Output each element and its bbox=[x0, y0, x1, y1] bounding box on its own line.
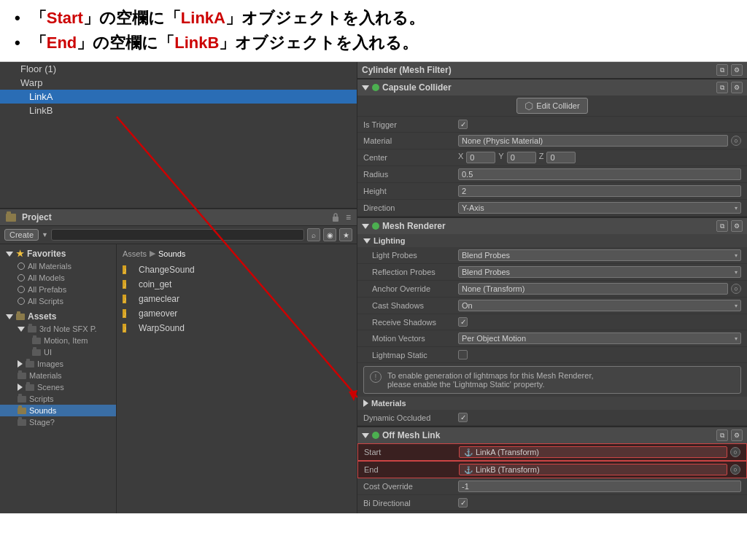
favorites-section: ★ Favorites All Materials All Models bbox=[0, 247, 116, 307]
sidebar-item-sounds[interactable]: Sounds bbox=[0, 405, 116, 416]
radius-value bbox=[458, 168, 741, 180]
sidebar-item-scenes[interactable]: Scenes bbox=[0, 381, 116, 393]
sidebar-item-scripts[interactable]: Scripts bbox=[0, 393, 116, 405]
hierarchy-item-linka[interactable]: LinkA bbox=[0, 90, 357, 104]
hierarchy-item-linkb[interactable]: LinkB bbox=[0, 104, 357, 117]
lightmap-static-label: Lightmap Static bbox=[363, 351, 458, 359]
lighting-group-header[interactable]: Lighting bbox=[357, 234, 747, 247]
copy-icon[interactable]: ⧉ bbox=[716, 429, 728, 441]
center-z-input[interactable] bbox=[546, 152, 576, 163]
search-icon[interactable]: ⌕ bbox=[307, 228, 320, 241]
sidebar-item-3rd-note[interactable]: 3rd Note SFX P. bbox=[0, 323, 116, 335]
assets-expand-icon bbox=[6, 314, 13, 319]
copy-icon[interactable]: ⧉ bbox=[716, 220, 728, 232]
sidebar-item-images[interactable]: Images bbox=[0, 358, 116, 370]
bi-directional-value bbox=[458, 498, 741, 508]
cast-shadows-label: Cast Shadows bbox=[363, 301, 458, 310]
folder-icon bbox=[28, 326, 36, 332]
reflection-probes-dropdown[interactable]: Blend Probes ▾ bbox=[458, 266, 741, 278]
project-title: Project bbox=[22, 212, 52, 222]
radius-input[interactable] bbox=[458, 168, 741, 180]
instruction-line-2: 「End」の空欄に「LinkB」オブジェクトを入れる。 bbox=[15, 32, 732, 54]
settings-icon[interactable]: ⚙ bbox=[731, 64, 743, 76]
center-y-input[interactable] bbox=[507, 152, 536, 163]
receive-shadows-checkbox[interactable] bbox=[458, 317, 468, 327]
cost-override-input[interactable] bbox=[458, 481, 741, 492]
audio-icon bbox=[123, 309, 134, 318]
direction-label: Direction bbox=[363, 203, 458, 212]
copy-icon[interactable]: ⧉ bbox=[716, 82, 728, 93]
start-object-field[interactable]: ⚓ LinkA (Transform) bbox=[459, 446, 727, 458]
hierarchy-item-warp[interactable]: Warp bbox=[0, 76, 357, 90]
sidebar-item-motion-item[interactable]: Motion, Item bbox=[0, 335, 116, 346]
direction-value: Y-Axis ▾ bbox=[458, 202, 741, 214]
is-trigger-checkbox[interactable] bbox=[458, 120, 468, 129]
lightmap-static-checkbox[interactable] bbox=[458, 350, 468, 359]
cast-shadows-dropdown[interactable]: On ▾ bbox=[458, 300, 741, 311]
mesh-renderer-header[interactable]: Mesh Renderer ⧉ ⚙ bbox=[357, 217, 747, 234]
project-content: ★ Favorites All Materials All Models bbox=[0, 244, 357, 513]
reflection-probes-label: Reflection Probes bbox=[363, 268, 458, 276]
materials-group-header[interactable]: Materials bbox=[357, 397, 747, 410]
sidebar-item-all-models[interactable]: All Models bbox=[0, 272, 116, 284]
gear-icon[interactable]: ⚙ bbox=[731, 220, 743, 232]
copy-component-icon[interactable]: ⧉ bbox=[716, 64, 728, 76]
create-button[interactable]: Create bbox=[4, 229, 39, 241]
end-value: ⚓ LinkB (Transform) ○ bbox=[459, 464, 740, 475]
gear-icon[interactable]: ⚙ bbox=[731, 82, 743, 93]
end-object-field[interactable]: ⚓ LinkB (Transform) bbox=[459, 464, 727, 475]
anchor-override-label: Anchor Override bbox=[363, 284, 458, 293]
material-picker-btn[interactable]: ○ bbox=[731, 136, 741, 146]
end-picker-btn[interactable]: ○ bbox=[730, 464, 740, 475]
sidebar-item-stage[interactable]: Stage? bbox=[0, 416, 116, 428]
start-picker-btn[interactable]: ○ bbox=[730, 447, 740, 457]
height-value bbox=[458, 185, 741, 197]
sidebar-item-ui[interactable]: UI bbox=[0, 346, 116, 358]
capsule-collider-header[interactable]: Capsule Collider ⧉ ⚙ bbox=[357, 79, 747, 96]
sidebar-item-all-scripts[interactable]: All Scripts bbox=[0, 295, 116, 307]
off-mesh-link-section: Off Mesh Link ⧉ ⚙ Start ⚓ LinkA (Transfo… bbox=[357, 427, 747, 513]
gear-icon[interactable]: ⚙ bbox=[731, 429, 743, 441]
bi-directional-checkbox[interactable] bbox=[458, 498, 468, 508]
search-input[interactable] bbox=[51, 229, 304, 241]
asset-item-changesound[interactable]: ChangeSound bbox=[120, 262, 354, 277]
motion-vectors-dropdown[interactable]: Per Object Motion ▾ bbox=[458, 332, 741, 344]
audio-icon bbox=[123, 324, 134, 332]
cost-override-row: Cost Override bbox=[357, 478, 747, 495]
motion-vectors-value: Per Object Motion ▾ bbox=[458, 332, 741, 344]
hierarchy-item-floor[interactable]: Floor (1) bbox=[0, 62, 357, 76]
project-sidebar: ★ Favorites All Materials All Models bbox=[0, 244, 117, 513]
circle-icon bbox=[18, 262, 25, 270]
center-label: Center bbox=[363, 153, 458, 162]
height-input[interactable] bbox=[458, 185, 741, 197]
anchor-picker-btn[interactable]: ○ bbox=[731, 284, 741, 294]
anchor-override-dropdown[interactable]: None (Transform) bbox=[458, 283, 728, 295]
sidebar-item-all-prefabs[interactable]: All Prefabs bbox=[0, 284, 116, 295]
material-dropdown[interactable]: None (Physic Material) bbox=[458, 135, 728, 147]
folder-icon bbox=[18, 419, 26, 426]
star-icon[interactable]: ★ bbox=[339, 228, 352, 241]
light-probes-dropdown[interactable]: Blend Probes ▾ bbox=[458, 249, 741, 261]
sidebar-item-all-materials[interactable]: All Materials bbox=[0, 260, 116, 272]
asset-item-gameclear[interactable]: gameclear bbox=[120, 292, 354, 306]
sidebar-item-materials[interactable]: Materials bbox=[0, 370, 116, 381]
dynamic-occluded-checkbox[interactable] bbox=[458, 413, 468, 422]
asset-item-coin-get[interactable]: coin_get bbox=[120, 277, 354, 292]
instructions-panel: 「Start」の空欄に「LinkA」オブジェクトを入れる。 「End」の空欄に「… bbox=[0, 0, 747, 61]
asset-item-gameover[interactable]: gameover bbox=[120, 306, 354, 321]
eye-icon[interactable]: ◉ bbox=[323, 228, 336, 241]
materials-expand-icon bbox=[363, 400, 368, 407]
enabled-dot bbox=[372, 432, 379, 439]
dynamic-occluded-label: Dynamic Occluded bbox=[363, 413, 458, 422]
mesh-renderer-title: Mesh Renderer bbox=[382, 221, 713, 231]
off-mesh-link-title: Off Mesh Link bbox=[382, 430, 713, 440]
edit-collider-button[interactable]: ⬡ Edit Collider bbox=[516, 98, 587, 114]
lightmap-static-row: Lightmap Static bbox=[357, 347, 747, 363]
asset-item-warpsound[interactable]: WarpSound bbox=[120, 321, 354, 335]
center-x-input[interactable] bbox=[466, 152, 495, 163]
off-mesh-link-header[interactable]: Off Mesh Link ⧉ ⚙ bbox=[357, 427, 747, 443]
project-main-content: Assets ▶ Sounds ChangeSound coin_get bbox=[117, 244, 357, 513]
cast-shadows-row: Cast Shadows On ▾ bbox=[357, 298, 747, 314]
folder-icon bbox=[32, 338, 41, 344]
direction-dropdown[interactable]: Y-Axis ▾ bbox=[458, 202, 741, 214]
